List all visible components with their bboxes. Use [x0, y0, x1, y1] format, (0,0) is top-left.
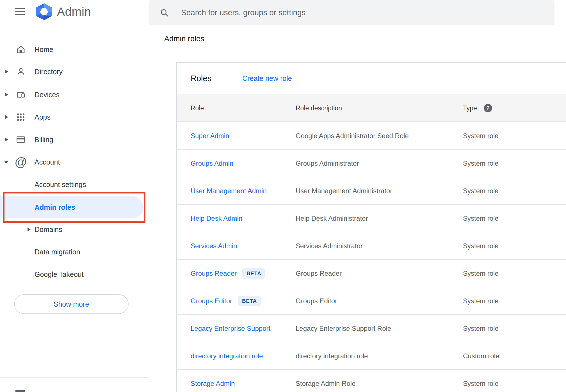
beta-badge: BETA: [238, 296, 261, 306]
role-description: User Management Administrator: [296, 177, 392, 205]
column-header-role-description: Role description: [296, 94, 342, 122]
role-link[interactable]: Super Admin: [191, 132, 229, 140]
sidebar-item-account[interactable]: @ Account: [0, 151, 149, 173]
breadcrumb-divider: [149, 48, 566, 48]
table-row: Groups Editor BETA Groups Editor System …: [177, 287, 566, 315]
app-title: Admin: [57, 5, 91, 19]
card-title: Roles: [191, 74, 211, 83]
role-link[interactable]: Storage Admin: [191, 380, 235, 388]
table-row: Help Desk Admin Help Desk Administrator …: [177, 205, 566, 232]
role-type: System role: [463, 260, 499, 287]
table-row: Legacy Enterprise Support Legacy Enterpr…: [177, 315, 566, 342]
sidebar-item-devices[interactable]: Devices: [0, 83, 149, 106]
role-link[interactable]: Legacy Enterprise Support: [191, 325, 270, 332]
role-type: System role: [463, 232, 499, 260]
sidebar-item-directory[interactable]: Directory: [0, 60, 149, 83]
sidebar-item-google-takeout[interactable]: Google Takeout: [0, 263, 149, 286]
role-link[interactable]: User Management Admin: [191, 187, 267, 195]
table-row: Super Admin Google Apps Administrator Se…: [177, 122, 566, 150]
expand-arrow-icon[interactable]: [5, 138, 8, 142]
sidebar-item-admin-roles[interactable]: Admin roles: [0, 196, 149, 218]
billing-icon: [15, 134, 26, 145]
table-row: Groups Reader BETA Groups Reader System …: [177, 260, 566, 287]
sidebar-item-account-settings[interactable]: Account settings: [0, 173, 149, 196]
role-description: Google Apps Administrator Seed Role: [296, 122, 409, 150]
role-description: directory integration role: [296, 342, 368, 370]
role-type: System role: [463, 150, 499, 177]
table-header-row: Role Role description Type ?: [177, 94, 566, 122]
column-header-type: Type ?: [463, 94, 492, 122]
role-link[interactable]: directory integration role: [191, 352, 263, 360]
role-description: Groups Editor: [296, 287, 337, 315]
role-description: Help Desk Administrator: [296, 205, 368, 232]
sidebar-item-apps[interactable]: Apps: [0, 106, 149, 128]
directory-icon: [15, 66, 26, 77]
role-description: Groups Reader: [296, 260, 342, 287]
search-bar[interactable]: [149, 0, 554, 25]
create-new-role-link[interactable]: Create new role: [242, 74, 292, 83]
expand-arrow-icon[interactable]: [28, 227, 31, 231]
home-icon: [15, 44, 26, 55]
search-icon: [160, 8, 169, 17]
search-input[interactable]: [181, 8, 518, 17]
hamburger-menu-icon[interactable]: [15, 8, 25, 16]
column-header-role: Role: [191, 94, 204, 122]
role-type: System role: [463, 287, 499, 315]
expand-arrow-icon[interactable]: [5, 115, 8, 119]
show-more-button[interactable]: Show more: [14, 294, 129, 314]
expand-arrow-icon[interactable]: [5, 70, 8, 74]
role-link[interactable]: Groups Editor: [191, 297, 232, 305]
roles-card: Roles Create new role Role Role descript…: [176, 62, 566, 392]
table-row: User Management Admin User Management Ad…: [177, 177, 566, 205]
breadcrumb: Admin roles: [164, 35, 204, 43]
account-icon: @: [15, 157, 26, 167]
role-description: Groups Administrator: [296, 150, 359, 177]
sidebar-item-data-migration[interactable]: Data migration: [0, 241, 149, 263]
help-icon[interactable]: ?: [484, 104, 492, 112]
role-type: System role: [463, 177, 499, 205]
role-description: Services Administrator: [296, 232, 363, 260]
sidebar-item-domains[interactable]: Domains: [0, 218, 149, 241]
role-type: System role: [463, 370, 499, 392]
apps-icon: [15, 112, 26, 122]
sidebar-divider: [0, 377, 149, 378]
role-link[interactable]: Groups Admin: [191, 159, 233, 167]
role-link[interactable]: Groups Reader: [191, 270, 237, 277]
table-row: Groups Admin Groups Administrator System…: [177, 150, 566, 177]
role-description: Storage Admin Role: [296, 370, 355, 392]
sidebar-item-billing[interactable]: Billing: [0, 128, 149, 151]
role-type: System role: [463, 315, 499, 342]
expand-arrow-icon[interactable]: [5, 93, 8, 97]
role-description: Legacy Enterprise Support Role: [296, 315, 391, 342]
admin-logo-icon: [35, 3, 53, 20]
devices-icon: [15, 89, 26, 100]
table-row: Services Admin Services Administrator Sy…: [177, 232, 566, 260]
role-type: Custom role: [463, 342, 499, 370]
table-row: Storage Admin Storage Admin Role System …: [177, 370, 566, 392]
role-type: System role: [463, 205, 499, 232]
role-type: System role: [463, 122, 499, 150]
beta-badge: BETA: [242, 268, 265, 279]
sidebar-item-home[interactable]: Home: [0, 38, 149, 61]
role-link[interactable]: Services Admin: [191, 242, 237, 250]
collapse-arrow-icon[interactable]: [4, 161, 8, 164]
partial-icon: [15, 390, 25, 392]
role-link[interactable]: Help Desk Admin: [191, 215, 242, 222]
table-row: directory integration role directory int…: [177, 342, 566, 370]
